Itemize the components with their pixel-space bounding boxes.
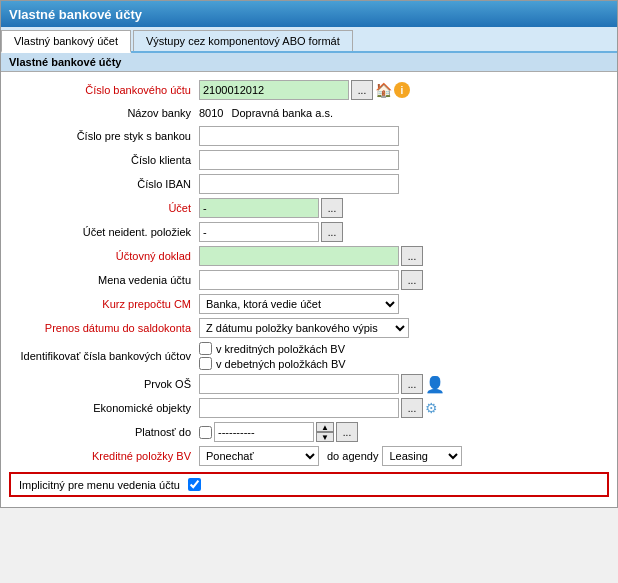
checkbox-kreditnych[interactable]	[199, 342, 212, 355]
uctovny-doklad-input[interactable]	[199, 246, 399, 266]
row-uctovny-doklad: Účtovný doklad ...	[1, 244, 617, 268]
ucet-group: ...	[199, 198, 343, 218]
check-kreditnych: v kreditných položkách BV	[199, 342, 346, 355]
platnost-do-group: ▲ ▼ ...	[199, 422, 358, 442]
do-agendy-select[interactable]: Leasing	[382, 446, 462, 466]
row-cislo-pre-styk: Číslo pre styk s bankou	[1, 124, 617, 148]
row-platnost-do: Platnosť do ▲ ▼ ...	[1, 420, 617, 444]
ucet-browse-btn[interactable]: ...	[321, 198, 343, 218]
ucet-neident-input[interactable]	[199, 222, 319, 242]
row-ekonomicke-obj: Ekonomické objekty ... ⚙	[1, 396, 617, 420]
ucet-input[interactable]	[199, 198, 319, 218]
main-window: Vlastné bankové účty Vlastný bankový úče…	[0, 0, 618, 508]
tab-vlastny-bankovy-ucet[interactable]: Vlastný bankový účet	[1, 30, 131, 53]
label-identifikovat: Identifikovať čísla bankových účtov	[9, 350, 199, 362]
label-ekonomicke-obj: Ekonomické objekty	[9, 402, 199, 414]
row-identifikovat: Identifikovať čísla bankových účtov v kr…	[1, 340, 617, 372]
label-kreditne-polozky: Kreditné položky BV	[9, 450, 199, 462]
cog-icon: ⚙	[425, 400, 438, 416]
label-prvok-os: Prvok OŠ	[9, 378, 199, 390]
section-header: Vlastné bankové účty	[1, 53, 617, 72]
prvok-os-input[interactable]	[199, 374, 399, 394]
home-icon: 🏠	[375, 82, 392, 98]
info-icon[interactable]: i	[394, 82, 410, 98]
ekonomicke-obj-group: ... ⚙	[199, 398, 438, 418]
title-bar: Vlastné bankové účty	[1, 1, 617, 27]
cislo-iban-input[interactable]	[199, 174, 399, 194]
label-cislo-klienta: Číslo klienta	[9, 154, 199, 166]
label-cislo-iban: Číslo IBAN	[9, 178, 199, 190]
label-do-agendy: do agendy	[327, 450, 378, 462]
label-v-kreditnych: v kreditných položkách BV	[216, 343, 345, 355]
implicitny-row: Implicitný pre menu vedenia účtu	[9, 472, 609, 497]
label-cislo-pre-styk: Číslo pre styk s bankou	[9, 130, 199, 142]
label-kurz-prepoctu: Kurz prepočtu CM	[9, 298, 199, 310]
platnost-do-input[interactable]	[214, 422, 314, 442]
row-cislo-iban: Číslo IBAN	[1, 172, 617, 196]
label-cislo-bankoveho-uctu: Číslo bankového účtu	[9, 84, 199, 96]
row-kurz-prepoctu: Kurz prepočtu CM Banka, ktorá vedie účet	[1, 292, 617, 316]
row-nazov-banky: Názov banky 8010 Dopravná banka a.s.	[1, 102, 617, 124]
label-implicitny: Implicitný pre menu vedenia účtu	[19, 479, 188, 491]
row-ucet: Účet ...	[1, 196, 617, 220]
label-nazov-banky: Názov banky	[9, 107, 199, 119]
implicitny-checkbox[interactable]	[188, 478, 201, 491]
prvok-os-browse-btn[interactable]: ...	[401, 374, 423, 394]
label-mena-vedenia: Mena vedenia účtu	[9, 274, 199, 286]
label-v-debitnych: v debetných položkách BV	[216, 358, 346, 370]
nazov-banky-name: Dopravná banka a.s.	[231, 107, 333, 119]
cislo-bankoveho-uctu-group: ... 🏠 i	[199, 80, 410, 100]
platnost-do-browse-btn[interactable]: ...	[336, 422, 358, 442]
cislo-klienta-input[interactable]	[199, 150, 399, 170]
cislo-pre-styk-input[interactable]	[199, 126, 399, 146]
platnost-do-checkbox[interactable]	[199, 426, 212, 439]
mena-vedenia-input[interactable]	[199, 270, 399, 290]
label-platnost-do: Platnosť do	[9, 426, 199, 438]
platnost-do-spinners: ▲ ▼	[316, 422, 334, 442]
kreditne-select[interactable]: Ponechať	[199, 446, 319, 466]
row-cislo-bankoveho-uctu: Číslo bankového účtu ... 🏠 i	[1, 78, 617, 102]
label-uctovny-doklad: Účtovný doklad	[9, 250, 199, 262]
platnost-do-up-btn[interactable]: ▲	[316, 422, 334, 432]
row-ucet-neident: Účet neident. položiek ...	[1, 220, 617, 244]
ucet-neident-group: ...	[199, 222, 343, 242]
uctovny-doklad-browse-btn[interactable]: ...	[401, 246, 423, 266]
nazov-banky-code: 8010	[199, 107, 223, 119]
identifikovat-checkboxes: v kreditných položkách BV v debetných po…	[199, 342, 346, 370]
label-prenos-datumu: Prenos dátumu do saldokonta	[9, 322, 199, 334]
platnost-do-down-btn[interactable]: ▼	[316, 432, 334, 442]
cislo-bankoveho-uctu-browse-btn[interactable]: ...	[351, 80, 373, 100]
uctovny-doklad-group: ...	[199, 246, 423, 266]
ekonomicke-obj-browse-btn[interactable]: ...	[401, 398, 423, 418]
row-cislo-klienta: Číslo klienta	[1, 148, 617, 172]
kreditne-group: Ponechať	[199, 446, 319, 466]
ekonomicke-obj-input[interactable]	[199, 398, 399, 418]
cislo-bankoveho-uctu-input[interactable]	[199, 80, 349, 100]
prenos-datumu-select[interactable]: Z dátumu položky bankového výpis	[199, 318, 409, 338]
tab-vystupy-abo[interactable]: Výstupy cez komponentový ABO formát	[133, 30, 353, 51]
checkbox-debitnych[interactable]	[199, 357, 212, 370]
ucet-neident-browse-btn[interactable]: ...	[321, 222, 343, 242]
window-title: Vlastné bankové účty	[9, 7, 142, 22]
tab-bar: Vlastný bankový účet Výstupy cez kompone…	[1, 27, 617, 53]
prvok-os-group: ... 👤	[199, 374, 445, 394]
row-mena-vedenia: Mena vedenia účtu ...	[1, 268, 617, 292]
label-ucet-neident: Účet neident. položiek	[9, 226, 199, 238]
do-agendy-group: do agendy Leasing	[327, 446, 462, 466]
mena-vedenia-browse-btn[interactable]: ...	[401, 270, 423, 290]
form-content: Číslo bankového účtu ... 🏠 i Názov banky…	[1, 72, 617, 507]
mena-vedenia-group: ...	[199, 270, 423, 290]
row-prvok-os: Prvok OŠ ... 👤	[1, 372, 617, 396]
kurz-prepoctu-select[interactable]: Banka, ktorá vedie účet	[199, 294, 399, 314]
person-icon: 👤	[425, 375, 445, 394]
row-kreditne-polozky: Kreditné položky BV Ponechať do agendy L…	[1, 444, 617, 468]
check-debitnych: v debetných položkách BV	[199, 357, 346, 370]
label-ucet: Účet	[9, 202, 199, 214]
row-prenos-datumu: Prenos dátumu do saldokonta Z dátumu pol…	[1, 316, 617, 340]
